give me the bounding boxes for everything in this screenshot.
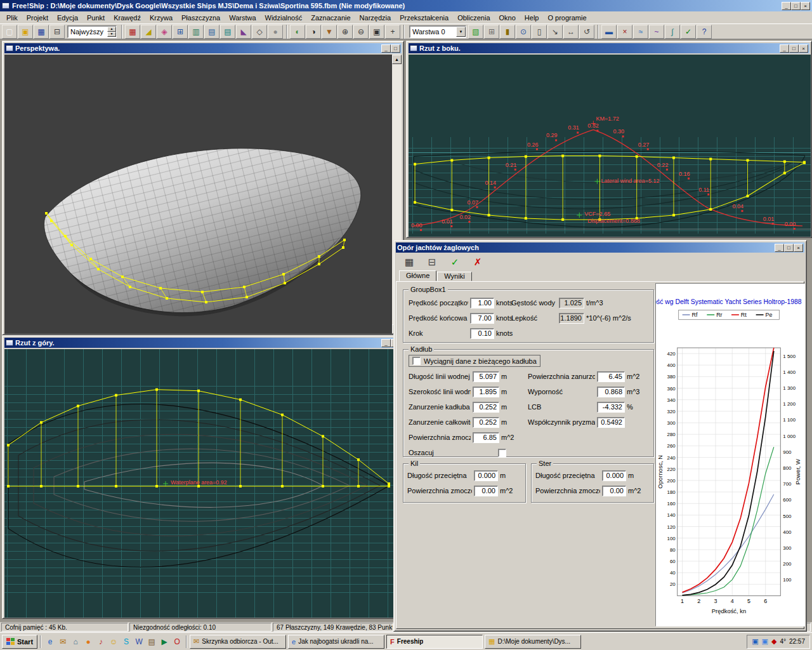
perspective-maximize-button[interactable]: □: [391, 44, 400, 53]
dialog-close-button[interactable]: ×: [794, 244, 803, 252]
side-canvas[interactable]: 0.000.010.020.070.140.210.260.290.310.32…: [409, 55, 811, 237]
spin-up-icon[interactable]: ▲: [107, 27, 116, 32]
menu-item-help[interactable]: Help: [520, 12, 544, 23]
top-viewport[interactable]: Waterplane area=0.92: [4, 349, 393, 618]
stations-icon[interactable]: ▥: [188, 25, 204, 39]
menu-item-warstwa[interactable]: Warstwa: [225, 12, 260, 23]
flowlines-icon[interactable]: ∫: [665, 25, 680, 39]
powierzchnia-zmoczona-field[interactable]: 0.00: [474, 486, 498, 496]
menu-item-obliczenia[interactable]: Obliczenia: [453, 12, 494, 23]
firefox-icon[interactable]: ●: [82, 635, 95, 648]
menu-item-narz-dzia[interactable]: Narzędzia: [355, 12, 396, 23]
task-freeship[interactable]: FFreeship: [386, 635, 483, 649]
menu-item-widzialno[interactable]: Widzialność: [261, 12, 307, 23]
szeroko-linii-wodnej-field[interactable]: 1.895: [473, 387, 499, 397]
display-icon[interactable]: ▣: [762, 637, 768, 646]
control-net-icon[interactable]: ◈: [157, 25, 172, 39]
perspective-canvas[interactable]: [4, 55, 393, 334]
menu-item-krzywa[interactable]: Krzywa: [145, 12, 177, 23]
top-minimize-button[interactable]: _: [381, 339, 391, 347]
perspective-minimize-button[interactable]: _: [381, 44, 391, 53]
task-explorer[interactable]: ▦D:\Moje dokumenty\Dys...: [485, 635, 581, 649]
task-outlook[interactable]: ✉Skrzynka odbiorcza - Out...: [190, 635, 286, 649]
task-browser[interactable]: eJak najbogatsi ukradli na...: [288, 635, 384, 649]
mirror-icon[interactable]: ▯: [532, 25, 547, 39]
print-button[interactable]: ⊟: [424, 255, 440, 270]
side-maximize-button[interactable]: □: [789, 44, 799, 53]
precision-combo[interactable]: Najwyższy▲▼: [67, 25, 117, 38]
spinner[interactable]: ▲▼: [107, 27, 116, 37]
interior-edges-icon[interactable]: ⊞: [173, 25, 188, 39]
side-minimize-button[interactable]: _: [780, 44, 789, 53]
wireframe-icon[interactable]: ◇: [252, 25, 267, 39]
spin-down-icon[interactable]: ▼: [107, 32, 116, 37]
dialog-minimize-button[interactable]: _: [775, 244, 784, 252]
help-icon[interactable]: ?: [697, 25, 712, 39]
word-icon[interactable]: W: [133, 635, 145, 648]
zoom-out-icon[interactable]: ⊖: [353, 25, 369, 39]
wsp-czynnik-pryzmatyczny-field[interactable]: 0.5492: [597, 417, 625, 428]
check-model-icon[interactable]: ✓: [681, 25, 696, 39]
menu-item-zaznaczanie[interactable]: Zaznaczanie: [306, 12, 355, 23]
pr-dko-pocz-tkowa-field[interactable]: 1.00: [470, 298, 494, 308]
waterlines-icon[interactable]: ▤: [220, 25, 235, 39]
resistance-icon[interactable]: ~: [649, 25, 664, 39]
scroll-up-button[interactable]: ▲: [392, 55, 402, 64]
dialog-maximize-button[interactable]: □: [784, 244, 794, 252]
zanurzenie-ca-kowite-field[interactable]: 0.252: [473, 417, 499, 428]
menu-item-punkt[interactable]: Punkt: [82, 12, 109, 23]
gauss-curvature-icon[interactable]: ◐: [290, 25, 305, 39]
lock-layer-icon[interactable]: ▮: [500, 25, 515, 39]
cancel-button[interactable]: ✗: [469, 255, 486, 270]
side-close-button[interactable]: ×: [799, 44, 808, 53]
layer-combo[interactable]: Warstwa 0▼: [409, 25, 466, 38]
new-file-icon[interactable]: ▢: [2, 25, 17, 39]
buttocks-icon[interactable]: ▤: [204, 25, 219, 39]
main-close-button[interactable]: ×: [801, 2, 810, 10]
menu-item-edycja[interactable]: Edycja: [53, 12, 82, 23]
perspective-viewport[interactable]: [4, 55, 393, 334]
krok-field[interactable]: 0.10: [470, 328, 494, 339]
shade-icon[interactable]: ●: [268, 25, 283, 39]
powierzchnia-zmoczona-field[interactable]: 0.00: [602, 486, 626, 496]
top-canvas[interactable]: Waterplane area=0.92: [4, 349, 393, 618]
save-file-icon[interactable]: ▦: [34, 25, 49, 39]
commander-icon[interactable]: ▤: [145, 635, 158, 648]
dialog-titlebar[interactable]: Opór jachtów żaglowych _□×: [396, 242, 804, 253]
top-titlebar[interactable]: Rzut z góry. _□: [4, 338, 402, 348]
d-ugo-przeci-tna-field[interactable]: 0.000: [602, 470, 626, 481]
zoom-in-icon[interactable]: ⊕: [337, 25, 353, 39]
pr-dko-ko-cowa-field[interactable]: 7.00: [470, 313, 494, 324]
menu-item-p-aszczyzna[interactable]: Płaszczyzna: [177, 12, 225, 23]
rotate-icon[interactable]: ↺: [579, 25, 594, 39]
media-player-icon[interactable]: ▶: [158, 635, 171, 648]
menu-item-okno[interactable]: Okno: [495, 12, 520, 23]
pan-icon[interactable]: +: [385, 25, 400, 39]
open-file-icon[interactable]: ▣: [18, 25, 33, 39]
menu-item-przekszta-cenia[interactable]: Przekształcenia: [395, 12, 453, 23]
menu-item-plik[interactable]: Plik: [2, 12, 22, 23]
outlook-icon[interactable]: ✉: [56, 635, 69, 648]
add-layer-icon[interactable]: ⊞: [484, 25, 499, 39]
antivirus-icon[interactable]: ◆: [771, 637, 776, 646]
developability-icon[interactable]: ▼: [322, 25, 337, 39]
scale-icon[interactable]: ↘: [547, 25, 563, 39]
wyporno-field[interactable]: 0.868: [597, 387, 625, 397]
d-ugo-linii-wodnej-field[interactable]: 5.097: [473, 371, 499, 382]
ie-icon[interactable]: e: [44, 635, 56, 648]
tab-wyniki[interactable]: Wyniki: [437, 272, 471, 281]
d-ugo-przeci-tna-field[interactable]: 0.000: [474, 470, 498, 481]
hydrostatics-icon[interactable]: ≈: [633, 25, 648, 39]
zanurzenie-kad-uba-field[interactable]: 0.252: [473, 402, 499, 413]
zebra-shade-icon[interactable]: ◑: [306, 25, 321, 39]
perspective-titlebar[interactable]: Perspektywa. _□: [4, 43, 402, 53]
opera-icon[interactable]: O: [171, 635, 183, 648]
menu-item-kraw-d[interactable]: Krawędź: [109, 12, 145, 23]
show-desktop-icon[interactable]: ⌂: [69, 635, 82, 648]
move-icon[interactable]: ↔: [563, 25, 579, 39]
main-maximize-button[interactable]: □: [791, 2, 801, 10]
estimate-checkbox[interactable]: [498, 449, 506, 457]
layer-color-icon[interactable]: ▧: [468, 25, 483, 39]
winamp-icon[interactable]: ♪: [95, 635, 107, 648]
dropdown-arrow-icon[interactable]: ▼: [456, 27, 466, 37]
